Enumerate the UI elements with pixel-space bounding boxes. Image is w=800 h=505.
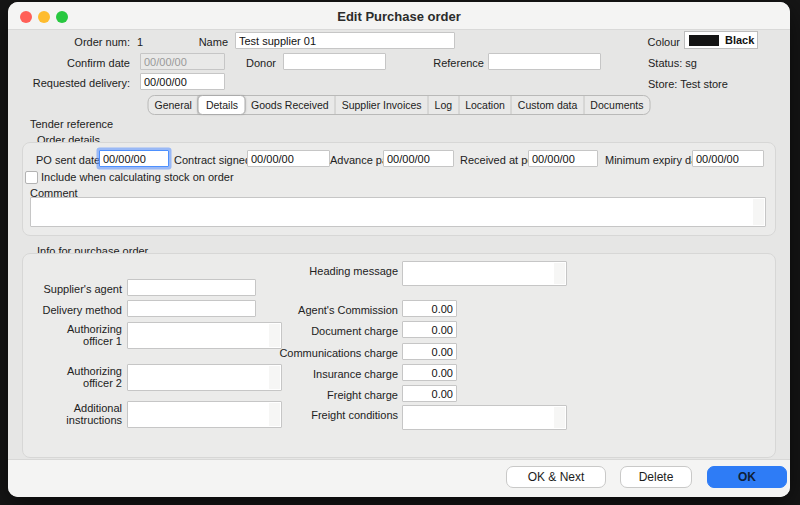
donor-label: Donor bbox=[208, 57, 276, 69]
tab-documents[interactable]: Documents bbox=[584, 96, 649, 114]
window-title: Edit Purchase order bbox=[8, 9, 790, 24]
colour-swatch bbox=[689, 35, 719, 46]
authorizing-officer-1-label: Authorizing officer 1 bbox=[42, 323, 122, 347]
tab-details[interactable]: Details bbox=[198, 95, 246, 115]
donor-input[interactable] bbox=[283, 53, 386, 70]
suppliers-agent-label: Supplier's agent bbox=[32, 283, 122, 295]
communications-charge-input[interactable] bbox=[402, 343, 457, 360]
tab-log[interactable]: Log bbox=[429, 96, 460, 114]
tab-custom-data[interactable]: Custom data bbox=[512, 96, 585, 114]
ok-and-next-button[interactable]: OK & Next bbox=[506, 466, 606, 488]
freight-conditions-label: Freight conditions bbox=[258, 409, 398, 421]
freight-charge-label: Freight charge bbox=[258, 389, 398, 401]
status-label: Status: bbox=[648, 57, 682, 69]
agents-commission-label: Agent's Commission bbox=[258, 304, 398, 316]
delivery-method-input[interactable] bbox=[127, 300, 256, 317]
status-line: Status: sg bbox=[648, 57, 697, 69]
title-bar: Edit Purchase order bbox=[8, 2, 790, 30]
freight-charge-input[interactable] bbox=[402, 385, 457, 402]
name-input[interactable] bbox=[235, 32, 455, 49]
status-value: sg bbox=[685, 57, 697, 69]
delivery-method-label: Delivery method bbox=[32, 304, 122, 316]
tab-goods-received[interactable]: Goods Received bbox=[245, 96, 336, 114]
colour-popup[interactable]: Black bbox=[684, 31, 758, 49]
received-at-port-input[interactable] bbox=[528, 150, 598, 167]
comment-textarea[interactable] bbox=[30, 197, 766, 227]
colour-label: Colour bbox=[608, 36, 680, 48]
advance-paid-input[interactable] bbox=[383, 150, 454, 167]
agents-commission-input[interactable] bbox=[402, 300, 457, 317]
footer-bar: OK & Next Delete OK bbox=[8, 459, 790, 497]
store-label: Store: bbox=[648, 78, 677, 90]
reference-label: Reference bbox=[408, 57, 484, 69]
tab-location[interactable]: Location bbox=[459, 96, 512, 114]
heading-message-box[interactable] bbox=[402, 261, 567, 286]
tab-general[interactable]: General bbox=[149, 96, 199, 114]
freight-conditions-box[interactable] bbox=[402, 405, 567, 430]
po-sent-date-label: PO sent date bbox=[36, 154, 100, 166]
requested-delivery-input[interactable] bbox=[140, 73, 225, 90]
additional-instructions-label: Additional instructions bbox=[42, 402, 122, 426]
tab-supplier-invoices[interactable]: Supplier Invoices bbox=[336, 96, 429, 114]
document-charge-label: Document charge bbox=[258, 325, 398, 337]
insurance-charge-input[interactable] bbox=[402, 364, 457, 381]
insurance-charge-label: Insurance charge bbox=[258, 368, 398, 380]
reference-input[interactable] bbox=[488, 53, 601, 70]
order-num-label: Order num: bbox=[28, 36, 130, 48]
communications-charge-label: Communications charge bbox=[258, 347, 398, 359]
confirm-date-label: Confirm date bbox=[28, 57, 130, 69]
tab-bar: General Details Goods Received Supplier … bbox=[148, 95, 651, 115]
store-line: Store: Test store bbox=[648, 78, 728, 90]
ok-button[interactable]: OK bbox=[707, 466, 787, 488]
name-label: Name bbox=[178, 36, 228, 48]
order-num-value: 1 bbox=[137, 36, 143, 48]
include-stock-checkbox[interactable] bbox=[25, 171, 38, 184]
suppliers-agent-input[interactable] bbox=[127, 279, 256, 296]
include-stock-checkbox-label: Include when calculating stock on order bbox=[41, 171, 234, 183]
contract-signed-date-input[interactable] bbox=[247, 150, 330, 167]
po-sent-date-input[interactable] bbox=[99, 150, 169, 167]
authorizing-officer-2-label: Authorizing officer 2 bbox=[42, 365, 122, 389]
edit-purchase-order-window: Edit Purchase order Order num: 1 Name Co… bbox=[8, 2, 790, 497]
store-value: Test store bbox=[680, 78, 728, 90]
delete-button[interactable]: Delete bbox=[620, 466, 692, 488]
minimum-expiry-date-input[interactable] bbox=[692, 150, 764, 167]
document-charge-input[interactable] bbox=[402, 321, 457, 338]
colour-value: Black bbox=[725, 34, 754, 46]
tender-reference-label: Tender reference bbox=[30, 118, 113, 130]
heading-message-label: Heading message bbox=[258, 265, 398, 277]
requested-delivery-label: Requested delivery: bbox=[18, 77, 130, 89]
